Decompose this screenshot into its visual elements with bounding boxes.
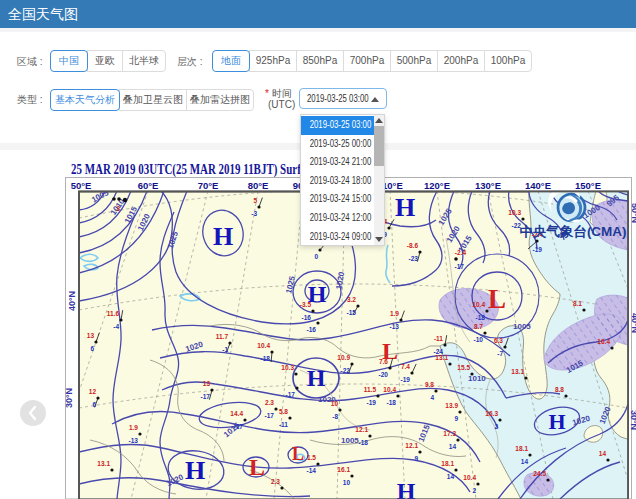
svg-text:-10: -10 bbox=[474, 336, 484, 343]
svg-text:13.1: 13.1 bbox=[97, 460, 110, 467]
svg-text:-19: -19 bbox=[401, 376, 411, 383]
svg-text:18.1: 18.1 bbox=[515, 445, 528, 452]
svg-text:H: H bbox=[548, 409, 565, 434]
svg-text:60°E: 60°E bbox=[138, 180, 159, 191]
svg-text:120°E: 120°E bbox=[424, 180, 450, 191]
svg-text:-17: -17 bbox=[265, 412, 275, 419]
svg-text:-17: -17 bbox=[455, 263, 465, 270]
svg-text:13.9: 13.9 bbox=[445, 402, 458, 409]
svg-text:13: 13 bbox=[87, 332, 95, 339]
svg-text:中央气象台(CMA): 中央气象台(CMA) bbox=[519, 224, 626, 239]
svg-text:-8.6: -8.6 bbox=[407, 242, 419, 249]
svg-text:130°E: 130°E bbox=[475, 180, 501, 191]
svg-text:-20: -20 bbox=[379, 371, 389, 378]
svg-text:5: 5 bbox=[253, 197, 257, 204]
svg-text:10.4: 10.4 bbox=[463, 474, 476, 481]
svg-text:14.4: 14.4 bbox=[230, 410, 243, 417]
svg-text:-4: -4 bbox=[113, 323, 119, 330]
svg-text:1005: 1005 bbox=[513, 322, 531, 331]
svg-text:9: 9 bbox=[454, 415, 458, 422]
svg-text:16.1: 16.1 bbox=[337, 466, 350, 473]
svg-text:-18: -18 bbox=[359, 439, 369, 446]
svg-text:-14: -14 bbox=[307, 467, 317, 474]
svg-text:6.3: 6.3 bbox=[494, 337, 503, 344]
svg-text:40°N: 40°N bbox=[630, 313, 636, 333]
svg-text:30°N: 30°N bbox=[629, 410, 636, 430]
svg-text:-15: -15 bbox=[347, 309, 357, 316]
svg-text:50°E: 50°E bbox=[71, 180, 92, 191]
svg-text:12: 12 bbox=[89, 388, 97, 395]
svg-text:10: 10 bbox=[343, 479, 351, 486]
svg-text:11.6: 11.6 bbox=[107, 310, 120, 317]
svg-text:80°E: 80°E bbox=[248, 180, 269, 191]
svg-text:L: L bbox=[488, 284, 506, 314]
svg-text:10.4: 10.4 bbox=[257, 342, 270, 349]
svg-text:-13: -13 bbox=[129, 437, 139, 444]
svg-text:1.5: 1.5 bbox=[307, 454, 316, 461]
svg-text:50°N: 50°N bbox=[630, 203, 636, 223]
svg-text:25 MAR 2019 03UTC(25 MAR 201: 25 MAR 2019 03UTC(25 MAR 2019 11BJT) Sur… bbox=[71, 162, 316, 178]
svg-text:7.6: 7.6 bbox=[379, 358, 388, 365]
svg-text:1010: 1010 bbox=[468, 374, 486, 383]
svg-text:-18: -18 bbox=[387, 399, 397, 406]
svg-text:-8: -8 bbox=[332, 413, 338, 420]
svg-text:14: 14 bbox=[449, 443, 457, 450]
svg-text:10.4: 10.4 bbox=[472, 301, 485, 308]
svg-text:13.1: 13.1 bbox=[435, 354, 448, 361]
svg-text:150°E: 150°E bbox=[575, 180, 601, 191]
svg-text:10.3: 10.3 bbox=[281, 364, 294, 371]
svg-text:6: 6 bbox=[90, 345, 94, 352]
svg-text:H: H bbox=[213, 222, 233, 251]
svg-text:3.2: 3.2 bbox=[347, 296, 356, 303]
svg-text:140°E: 140°E bbox=[525, 180, 551, 191]
svg-text:8.1: 8.1 bbox=[573, 300, 582, 307]
svg-text:-17: -17 bbox=[286, 391, 296, 398]
svg-text:10.3: 10.3 bbox=[508, 209, 521, 216]
svg-text:-19: -19 bbox=[367, 399, 377, 406]
svg-text:2: 2 bbox=[494, 423, 498, 430]
svg-text:-17: -17 bbox=[201, 393, 211, 400]
svg-text:L: L bbox=[249, 454, 265, 480]
svg-text:16.4: 16.4 bbox=[597, 338, 610, 345]
svg-text:-22: -22 bbox=[341, 367, 351, 374]
svg-text:1.9: 1.9 bbox=[129, 424, 138, 431]
svg-text:-7: -7 bbox=[497, 350, 503, 357]
svg-text:10.9: 10.9 bbox=[337, 354, 350, 361]
svg-text:-11: -11 bbox=[434, 335, 443, 342]
svg-text:7.4: 7.4 bbox=[401, 363, 410, 370]
svg-text:H: H bbox=[185, 456, 205, 485]
svg-text:10: 10 bbox=[331, 400, 339, 407]
svg-text:0: 0 bbox=[314, 253, 318, 260]
svg-text:40°N: 40°N bbox=[67, 291, 77, 311]
svg-text:H: H bbox=[307, 365, 326, 391]
svg-text:H: H bbox=[395, 193, 415, 222]
svg-text:11.7: 11.7 bbox=[216, 333, 229, 340]
svg-text:12.1: 12.1 bbox=[405, 442, 418, 449]
svg-text:-23: -23 bbox=[409, 255, 419, 262]
svg-text:L: L bbox=[292, 444, 304, 464]
svg-text:-2.4: -2.4 bbox=[455, 249, 467, 256]
svg-text:70°E: 70°E bbox=[198, 180, 219, 191]
svg-text:2: 2 bbox=[472, 487, 476, 494]
svg-text:14: 14 bbox=[447, 473, 455, 480]
svg-text:8.8: 8.8 bbox=[555, 386, 564, 393]
svg-text:12.1: 12.1 bbox=[355, 426, 368, 433]
svg-text:1.9: 1.9 bbox=[390, 310, 399, 317]
svg-text:13.1: 13.1 bbox=[511, 368, 524, 375]
svg-text:9.8: 9.8 bbox=[425, 381, 434, 388]
svg-text:3: 3 bbox=[116, 205, 120, 212]
svg-text:4: 4 bbox=[430, 394, 434, 401]
svg-text:16.3: 16.3 bbox=[485, 410, 498, 417]
svg-text:-16: -16 bbox=[302, 314, 312, 321]
svg-text:-1: -1 bbox=[222, 346, 228, 353]
svg-text:6: 6 bbox=[92, 401, 96, 408]
svg-text:-3: -3 bbox=[251, 210, 257, 217]
svg-text:-16: -16 bbox=[307, 326, 317, 333]
svg-text:14: 14 bbox=[521, 458, 529, 465]
svg-text:18.1: 18.1 bbox=[441, 460, 454, 467]
svg-text:-17: -17 bbox=[234, 423, 244, 430]
svg-text:10.4: 10.4 bbox=[383, 386, 396, 393]
svg-text:15.5: 15.5 bbox=[457, 364, 470, 371]
svg-text:13: 13 bbox=[203, 380, 211, 387]
svg-text:2.3: 2.3 bbox=[265, 399, 274, 406]
